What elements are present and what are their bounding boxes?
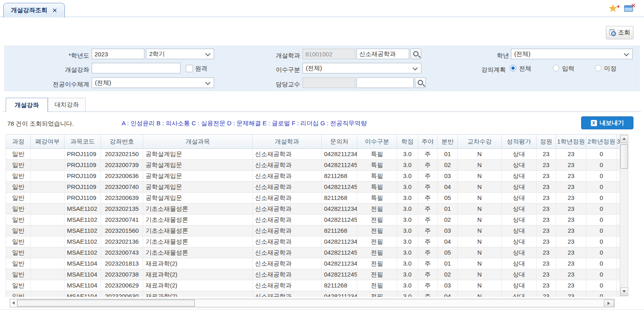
cell: 0428211245 xyxy=(322,160,357,171)
table-row[interactable]: 일반MSAE11042023201813재료과학(2)신소재공학과0428211… xyxy=(6,258,623,269)
cell: 3.0 xyxy=(397,247,418,258)
query-button[interactable]: 조회 xyxy=(606,26,633,39)
column-header-8[interactable]: 이수구분 xyxy=(357,135,397,148)
professor-name-input[interactable] xyxy=(356,77,414,88)
column-header-14[interactable]: 정원 xyxy=(537,135,556,148)
scroll-up-button[interactable] xyxy=(620,135,628,143)
plan-radio-all[interactable] xyxy=(510,65,516,71)
horizontal-scrollbar[interactable] xyxy=(10,299,615,307)
course-input[interactable] xyxy=(92,63,180,73)
cell: N xyxy=(458,214,502,225)
scroll-right-button[interactable] xyxy=(604,300,614,307)
cell: 주 xyxy=(418,160,438,171)
column-header-4[interactable]: 강좌번호 xyxy=(101,135,143,148)
remote-checkbox[interactable] xyxy=(186,65,193,72)
cell: 23 xyxy=(537,149,556,160)
professor-search-button[interactable] xyxy=(415,77,426,88)
cell: 전필 xyxy=(357,247,397,258)
grade-select[interactable]: (전체) xyxy=(511,49,633,59)
scroll-down-button[interactable] xyxy=(620,287,628,296)
tab-replacement-courses[interactable]: 대치강좌 xyxy=(48,98,86,112)
major-system-select[interactable]: (전체) xyxy=(92,77,214,88)
cell xyxy=(31,214,64,225)
cell: 0 xyxy=(586,171,617,182)
vertical-scroll-thumb[interactable] xyxy=(620,144,628,169)
cell: 3.0 xyxy=(397,280,418,291)
export-button[interactable]: 내보내기 xyxy=(581,116,633,129)
cell: N xyxy=(458,280,502,291)
cell xyxy=(31,149,64,160)
cell: 전필 xyxy=(357,258,397,269)
tab-open-courses[interactable]: 개설강좌 xyxy=(6,98,48,112)
cell: 일반 xyxy=(6,280,31,291)
cell: 공학설계입문 xyxy=(143,160,253,171)
cell: 재료과학(2) xyxy=(143,269,253,280)
plan-radio-entered[interactable] xyxy=(553,65,559,71)
table-row[interactable]: 일반MSAE11022023202135기초소재물성론신소재공학과0428211… xyxy=(6,204,623,214)
table-row[interactable]: 일반PROJ11092023200740공학설계입문신소재공학과04282112… xyxy=(6,182,623,193)
cell: 3.0 xyxy=(397,258,418,269)
cell: 신소재공학과 xyxy=(253,280,322,291)
cell: 상대 xyxy=(502,291,537,297)
triangle-left-icon xyxy=(12,301,15,305)
cell: 23 xyxy=(556,280,586,291)
completion-select[interactable]: (전체) xyxy=(303,63,421,73)
column-header-5[interactable]: 개설과목 xyxy=(143,135,253,148)
cell: 신소재공학과 xyxy=(253,236,322,247)
vertical-scrollbar[interactable] xyxy=(620,134,628,296)
cell: 일반 xyxy=(6,182,31,193)
dept-search-button[interactable] xyxy=(410,49,421,59)
table-row[interactable]: 일반PROJ11092023202150공학설계입문신소재공학과04282112… xyxy=(6,149,623,160)
table-row[interactable]: 일반MSAE11042023200738재료과학(2)신소재공학과0428211… xyxy=(6,269,623,280)
table-row[interactable]: 일반PROJ11092023200739공학설계입문신소재공학과04282112… xyxy=(6,160,623,171)
cell: 신소재공학과 xyxy=(253,225,322,236)
table-row[interactable]: 일반MSAE11042023200630재료과학(2)신소재공학과0428211… xyxy=(6,291,623,297)
dept-name-input[interactable] xyxy=(356,49,409,59)
tab-strip-divider xyxy=(0,17,644,17)
cell: 신소재공학과 xyxy=(253,258,322,269)
cell: 2023200630 xyxy=(101,291,143,297)
cell: MSAE1104 xyxy=(64,280,101,291)
column-header-10[interactable]: 주야 xyxy=(418,135,438,148)
cell: 신소재공학과 xyxy=(253,247,322,258)
column-header-3[interactable]: 과목코드 xyxy=(64,135,101,148)
table-row[interactable]: 일반PROJ11092023200639공학설계입문신소재공학과8211268특… xyxy=(6,193,623,204)
tab-close-icon[interactable]: ✕ xyxy=(52,7,58,14)
cell: N xyxy=(458,171,502,182)
favorite-add-icon[interactable]: ★+ xyxy=(608,3,618,14)
cell: 23 xyxy=(556,193,586,204)
column-header-11[interactable]: 분반 xyxy=(438,135,458,148)
table-row[interactable]: 일반MSAE11042023200629재료과학(2)신소재공학과8211268… xyxy=(6,280,623,291)
scroll-left-button[interactable] xyxy=(11,300,17,307)
table-row[interactable]: 일반MSAE11022023200741기초소재물성론신소재공학과0428211… xyxy=(6,214,623,225)
column-header-1[interactable]: 과정 xyxy=(6,135,31,148)
column-header-2[interactable]: 폐강여부 xyxy=(31,135,64,148)
table-row[interactable]: 일반MSAE11022023202136기초소재물성론신소재공학과0428211… xyxy=(6,236,623,247)
cell: 04 xyxy=(438,236,458,247)
table-row[interactable]: 일반PROJ11092023200636공학설계입문신소재공학과8211268특… xyxy=(6,171,623,182)
remote-label: 원격 xyxy=(195,63,207,74)
course-grid: 과정폐강여부과목코드강좌번호개설과목개설학과문의처이수구분학점주야분반교차수강성… xyxy=(6,134,623,297)
close-all-windows-icon[interactable]: ✕ xyxy=(624,4,635,13)
cell: 기초소재물성론 xyxy=(143,225,253,236)
column-header-9[interactable]: 학점 xyxy=(397,135,418,148)
cell: 04 xyxy=(438,182,458,193)
table-row[interactable]: 일반MSAE11022023200743기초소재물성론신소재공학과0428211… xyxy=(6,247,623,258)
cell: 주 xyxy=(418,258,438,269)
column-header-6[interactable]: 개설학과 xyxy=(253,135,322,148)
cell: 주 xyxy=(418,204,438,214)
cell: 2023200739 xyxy=(101,160,143,171)
year-input[interactable] xyxy=(92,49,144,59)
column-header-16[interactable]: 2학년정원 xyxy=(586,135,617,148)
table-row[interactable]: 일반MSAE11022023201560기초소재물성론신소재공학과8211268… xyxy=(6,225,623,236)
column-header-15[interactable]: 1학년정원 xyxy=(556,135,586,148)
cell: N xyxy=(458,204,502,214)
horizontal-scroll-thumb[interactable] xyxy=(17,300,195,307)
column-header-13[interactable]: 성적평가 xyxy=(502,135,537,148)
column-header-12[interactable]: 교차수강 xyxy=(458,135,502,148)
plan-radio-undecided[interactable] xyxy=(595,65,601,71)
main-tab-open-course-inquiry[interactable]: 개설강좌조회 ✕ xyxy=(3,3,65,17)
column-header-7[interactable]: 문의처 xyxy=(322,135,357,148)
cell: PROJ1109 xyxy=(64,160,101,171)
semester-select[interactable]: 2학기 xyxy=(146,49,214,59)
